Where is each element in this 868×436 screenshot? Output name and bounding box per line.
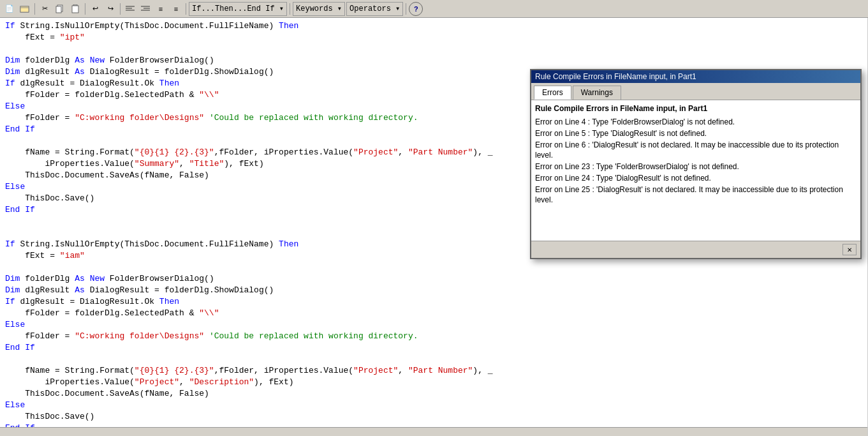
code-line: Dim folderDlg As New FolderBrowserDialog…	[5, 273, 862, 285]
toolbar: 📄 ✂ ↩ ↪ ≡ ≡ If...Then...End If ▾ Keyword…	[0, 0, 868, 18]
main-area: If String.IsNullOrEmpty(ThisDoc.Document…	[0, 18, 868, 436]
warnings-tab[interactable]: Warnings	[573, 86, 621, 100]
error-dialog: Rule Compile Errors in FileName input, i…	[530, 69, 862, 259]
help-button[interactable]: ?	[409, 2, 423, 16]
code-line: Dim folderDlg As New FolderBrowserDialog…	[5, 55, 862, 66]
sep6	[406, 3, 406, 15]
code-line: fExt = "ipt"	[5, 32, 862, 43]
operators-dropdown[interactable]: Operators ▾	[346, 2, 403, 16]
ifthen-dropdown[interactable]: If...Then...End If ▾	[189, 2, 287, 16]
error-line-item: Error on Line 23 : Type 'FolderBrowserDi…	[535, 162, 857, 172]
code-line: iProperties.Value("Project", "Descriptio…	[5, 377, 862, 388]
code-line: fFolder = folderDlg.SelectedPath & "\\"	[5, 308, 862, 319]
error-dialog-tabs: Errors Warnings	[531, 83, 860, 100]
horizontal-scrollbar[interactable]	[0, 427, 867, 436]
format2-button[interactable]: ≡	[169, 2, 183, 16]
undo-button[interactable]: ↩	[88, 2, 102, 16]
code-line: ThisDoc.Document.SaveAs(fName, False)	[5, 388, 862, 400]
code-line: Else	[5, 400, 862, 411]
copy-button[interactable]	[53, 2, 67, 16]
code-line: If String.IsNullOrEmpty(ThisDoc.Document…	[5, 20, 862, 32]
open-button[interactable]	[18, 2, 32, 16]
error-line-item: Error on Line 6 : 'DialogResult' is not …	[535, 140, 857, 160]
errors-tab[interactable]: Errors	[534, 86, 571, 100]
new-button[interactable]: 📄	[3, 2, 17, 16]
sep3	[120, 3, 121, 15]
align2-button[interactable]	[138, 2, 152, 16]
code-line	[5, 43, 862, 55]
code-line: End If	[5, 342, 862, 354]
error-line-item: Error on Line 25 : 'DialogResult' is not…	[535, 184, 857, 205]
code-line: Dim dlgResult As DialogResult = folderDl…	[5, 285, 862, 296]
error-line-item: Error on Line 5 : Type 'DialogResult' is…	[535, 128, 857, 139]
format1-button[interactable]: ≡	[154, 2, 168, 16]
error-dialog-close-button[interactable]: ✕	[842, 244, 857, 255]
redo-button[interactable]: ↪	[103, 2, 117, 16]
code-line: fFolder = "C:working folder\Designs" 'Co…	[5, 331, 862, 342]
code-line	[5, 354, 862, 365]
align1-button[interactable]	[123, 2, 137, 16]
error-line-item: Error on Line 24 : Type 'DialogResult' i…	[535, 173, 857, 183]
svg-rect-6	[72, 6, 78, 13]
sep1	[34, 3, 35, 15]
code-line: If dlgResult = DialogResult.Ok Then	[5, 296, 862, 308]
error-dialog-content: Rule Compile Errors in FileName input, i…	[531, 100, 860, 241]
sep2	[85, 3, 85, 15]
code-line: ThisDoc.Save()	[5, 411, 862, 423]
code-line: fName = String.Format("{0}{1} {2}.{3}",f…	[5, 365, 862, 377]
cut-button[interactable]: ✂	[38, 2, 52, 16]
error-dialog-footer: ✕	[531, 241, 860, 258]
keywords-dropdown[interactable]: Keywords ▾	[293, 2, 345, 16]
code-line: Else	[5, 319, 862, 331]
error-dialog-title: Rule Compile Errors in FileName input, i…	[535, 72, 696, 81]
error-dialog-titlebar: Rule Compile Errors in FileName input, i…	[531, 70, 860, 83]
code-line	[5, 262, 862, 273]
sep4	[186, 3, 186, 15]
error-lines-container: Error on Line 4 : Type 'FolderBrowserDia…	[535, 117, 857, 205]
error-content-title: Rule Compile Errors in FileName input, i…	[535, 104, 857, 113]
error-line-item: Error on Line 4 : Type 'FolderBrowserDia…	[535, 117, 857, 127]
paste-button[interactable]	[68, 2, 82, 16]
svg-rect-4	[56, 6, 61, 13]
sep5	[290, 3, 290, 15]
